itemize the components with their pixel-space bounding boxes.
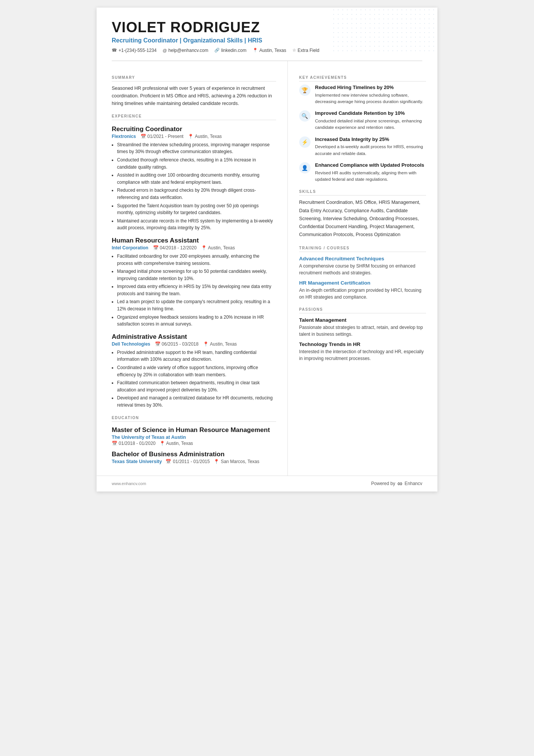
- skills-label: SKILLS: [299, 189, 426, 196]
- candidate-title: Recruiting Coordinator | Organizational …: [112, 37, 422, 44]
- pin-icon-edu2: 📍: [214, 459, 219, 464]
- calendar-icon-edu1: 📅: [112, 441, 117, 446]
- job-bullets-2: Facilitated onboarding for over 200 empl…: [117, 253, 276, 328]
- link-icon: 🔗: [214, 48, 220, 53]
- degree-title-2: Bachelor of Business Administration: [112, 451, 276, 458]
- location-icon: 📍: [253, 48, 258, 53]
- ach-title-4: Enhanced Compliance with Updated Protoco…: [315, 162, 426, 169]
- bullet-3-3: Facilitated communication between depart…: [117, 379, 276, 393]
- body-columns: SUMMARY Seasoned HR professional with ov…: [97, 61, 437, 476]
- pin-icon-2: 📍: [201, 245, 207, 250]
- summary-text: Seasoned HR professional with over 5 yea…: [112, 85, 276, 107]
- company-2: Intel Corporation: [112, 245, 148, 250]
- bullet-1-4: Reduced errors in background checks by 2…: [117, 187, 276, 201]
- ach-desc-2: Conducted detailed initial phone screeni…: [315, 118, 426, 131]
- passions-label: PASSIONS: [299, 307, 426, 313]
- training-label: TRAINING / COURSES: [299, 246, 426, 252]
- bullet-3-4: Developed and managed a centralized data…: [117, 394, 276, 409]
- job-dates-3: 📅 06/2015 - 03/2018: [155, 341, 198, 347]
- job-title-1: Recruiting Coordinator: [112, 125, 276, 133]
- job-location-3: 📍 Austin, Texas: [203, 341, 237, 347]
- right-column: KEY ACHIEVEMENTS 🏆 Reduced Hiring Timeli…: [288, 61, 437, 476]
- pin-icon-1: 📍: [188, 134, 194, 139]
- school-1: The University of Texas at Austin: [112, 435, 276, 440]
- job-meta-1: Flextronics 📅 01/2021 - Present 📍 Austin…: [112, 134, 276, 139]
- calendar-icon-1: 📅: [141, 134, 146, 139]
- bullet-1-1: Streamlined the interview scheduling pro…: [117, 141, 276, 155]
- candidate-name: VIOLET RODRIGUEZ: [112, 20, 422, 36]
- contact-phone: ☎ +1-(234)-555-1234: [112, 48, 156, 53]
- course-title-2: HR Management Certification: [299, 280, 426, 286]
- job-bullets-1: Streamlined the interview scheduling pro…: [117, 141, 276, 232]
- ach-title-3: Increased Data Integrity by 25%: [315, 136, 426, 143]
- phone-icon: ☎: [112, 48, 117, 53]
- job-title-3: Administrative Assistant: [112, 333, 276, 341]
- achievements-label: KEY ACHIEVEMENTS: [299, 75, 426, 81]
- summary-label: SUMMARY: [112, 75, 276, 81]
- achievement-2: 🔍 Improved Candidate Retention by 10% Co…: [299, 110, 426, 131]
- edu-meta-1: 📅 01/2018 - 01/2020 📍 Austin, Texas: [112, 441, 276, 446]
- job-bullets-3: Provided administrative support to the H…: [117, 349, 276, 409]
- bullet-3-1: Provided administrative support to the H…: [117, 349, 276, 363]
- experience-label: EXPERIENCE: [112, 114, 276, 120]
- contact-email: @ help@enhancv.com: [162, 48, 208, 53]
- ach-title-1: Reduced Hiring Timelines by 20%: [315, 85, 426, 91]
- bullet-3-2: Coordinated a wide variety of office sup…: [117, 364, 276, 378]
- bullet-2-2: Managed initial phone screenings for up …: [117, 268, 276, 282]
- contact-extra: ☆ Extra Field: [292, 48, 319, 53]
- school-2: Texas State University: [112, 459, 162, 464]
- course-desc-1: A comprehensive course by SHRM focusing …: [299, 263, 426, 276]
- company-1: Flextronics: [112, 134, 136, 139]
- powered-by-text: Powered by: [371, 481, 395, 486]
- email-icon: @: [162, 48, 167, 53]
- degree-title-1: Master of Science in Human Resource Mana…: [112, 426, 276, 434]
- passion-desc-2: Interested in the intersection of techno…: [299, 348, 426, 362]
- job-meta-2: Intel Corporation 📅 04/2018 - 12/2020 📍 …: [112, 245, 276, 250]
- achievement-1: 🏆 Reduced Hiring Timelines by 20% Implem…: [299, 85, 426, 105]
- ach-title-2: Improved Candidate Retention by 10%: [315, 110, 426, 117]
- bullet-1-2: Conducted thorough reference checks, res…: [117, 157, 276, 171]
- contact-location: 📍 Austin, Texas: [253, 48, 286, 53]
- job-dates-1: 📅 01/2021 - Present: [141, 134, 183, 139]
- education-label: EDUCATION: [112, 416, 276, 422]
- bullet-1-5: Supported the Talent Acquisition team by…: [117, 202, 276, 216]
- bullet-2-1: Facilitated onboarding for over 200 empl…: [117, 253, 276, 267]
- pin-icon-edu1: 📍: [159, 441, 165, 446]
- passion-title-1: Talent Management: [299, 317, 426, 323]
- achievement-4: 👤 Enhanced Compliance with Updated Proto…: [299, 162, 426, 183]
- edu-meta-2-inline: Texas State University 📅 01/2011 - 01/20…: [112, 459, 276, 464]
- email-address: help@enhancv.com: [169, 48, 208, 53]
- phone-number: +1-(234)-555-1234: [119, 48, 156, 53]
- job-location-1: 📍 Austin, Texas: [188, 134, 222, 139]
- achievement-icon-1: 🏆: [299, 85, 311, 96]
- skills-text: Recruitment Coordination, MS Office, HRI…: [299, 199, 426, 239]
- passion-desc-1: Passionate about strategies to attract, …: [299, 324, 426, 338]
- location-text: Austin, Texas: [259, 48, 286, 53]
- achievement-3: ⚡ Increased Data Integrity by 25% Develo…: [299, 136, 426, 157]
- footer-brand: Powered by ∞ Enhancv: [371, 480, 422, 488]
- bullet-1-6: Maintained accurate records in the HRIS …: [117, 218, 276, 232]
- person-icon: 👤: [301, 165, 308, 171]
- ach-desc-3: Developed a bi-weekly audit process for …: [315, 144, 426, 157]
- bullet-1-3: Assisted in auditing over 100 onboarding…: [117, 172, 276, 186]
- calendar-icon-edu2: 📅: [166, 459, 171, 464]
- job-dates-2: 📅 04/2018 - 12/2020: [153, 245, 197, 250]
- ach-desc-4: Revised HR audits systematically, aligni…: [315, 170, 426, 183]
- trophy-icon: 🏆: [301, 87, 308, 93]
- job-title-2: Human Resources Assistant: [112, 237, 276, 244]
- bullet-2-4: Led a team project to update the company…: [117, 298, 276, 312]
- pin-icon-3: 📍: [203, 341, 209, 347]
- calendar-icon-2: 📅: [153, 245, 159, 250]
- contact-row: ☎ +1-(234)-555-1234 @ help@enhancv.com 🔗…: [112, 48, 422, 53]
- contact-linkedin: 🔗 linkedin.com: [214, 48, 247, 53]
- bullet-2-5: Organized employee feedback sessions lea…: [117, 314, 276, 328]
- achievement-icon-2: 🔍: [299, 110, 311, 122]
- footer: www.enhancv.com Powered by ∞ Enhancv: [97, 476, 437, 491]
- search-icon: 🔍: [301, 113, 308, 119]
- lightning-icon: ⚡: [301, 139, 308, 145]
- job-meta-3: Dell Technologies 📅 06/2015 - 03/2018 📍 …: [112, 341, 276, 347]
- header-section: VIOLET RODRIGUEZ Recruiting Coordinator …: [97, 8, 437, 61]
- calendar-icon-3: 📅: [155, 341, 161, 347]
- passion-title-2: Technology Trends in HR: [299, 341, 426, 347]
- left-column: SUMMARY Seasoned HR professional with ov…: [97, 61, 288, 476]
